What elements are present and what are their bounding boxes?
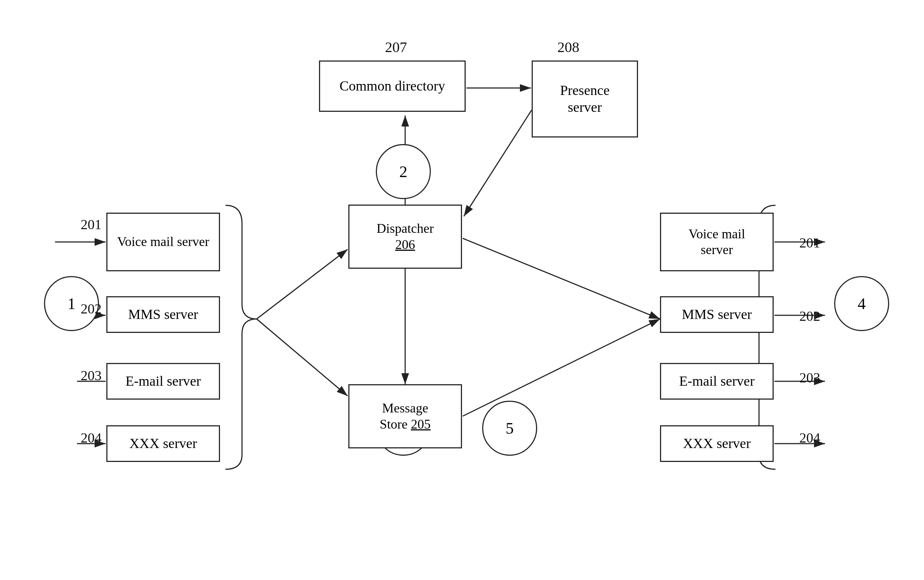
label-207: 207 xyxy=(385,38,407,56)
mms-right-box: MMS server xyxy=(660,296,774,333)
label-204-left: 204 xyxy=(81,430,102,446)
xxx-left-box: XXX server xyxy=(106,425,220,462)
presence-server-box: Presenceserver xyxy=(532,61,638,137)
svg-line-7 xyxy=(257,319,348,396)
message-store-box: Message Store 205 xyxy=(348,384,462,448)
circle-5: 5 xyxy=(482,401,537,456)
label-202-left: 202 xyxy=(81,301,102,317)
svg-line-10 xyxy=(463,238,660,319)
common-directory-box: Common directory xyxy=(319,61,466,112)
voicemail-right-box: Voice mailserver xyxy=(660,213,774,271)
svg-line-9 xyxy=(464,110,532,216)
svg-line-11 xyxy=(463,319,660,416)
label-203-right: 203 xyxy=(799,369,820,386)
email-right-box: E-mail server xyxy=(660,363,774,400)
label-203-left: 203 xyxy=(81,367,102,384)
svg-line-6 xyxy=(257,249,348,319)
voicemail-left-box: Voice mail server xyxy=(106,213,220,271)
dispatcher-box: Dispatcher 206 xyxy=(348,204,462,269)
email-left-box: E-mail server xyxy=(106,363,220,400)
label-202-right: 202 xyxy=(799,308,820,324)
label-208: 208 xyxy=(557,38,579,56)
label-204-right: 204 xyxy=(799,430,820,446)
circle-2: 2 xyxy=(376,144,431,199)
xxx-right-box: XXX server xyxy=(660,425,774,462)
mms-left-box: MMS server xyxy=(106,296,220,333)
label-201-right: 201 xyxy=(799,235,820,251)
circle-4: 4 xyxy=(834,276,889,331)
label-201-left: 201 xyxy=(81,216,102,232)
diagram: 1 2 3 4 5 Voice mail server MMS server E… xyxy=(0,0,924,580)
